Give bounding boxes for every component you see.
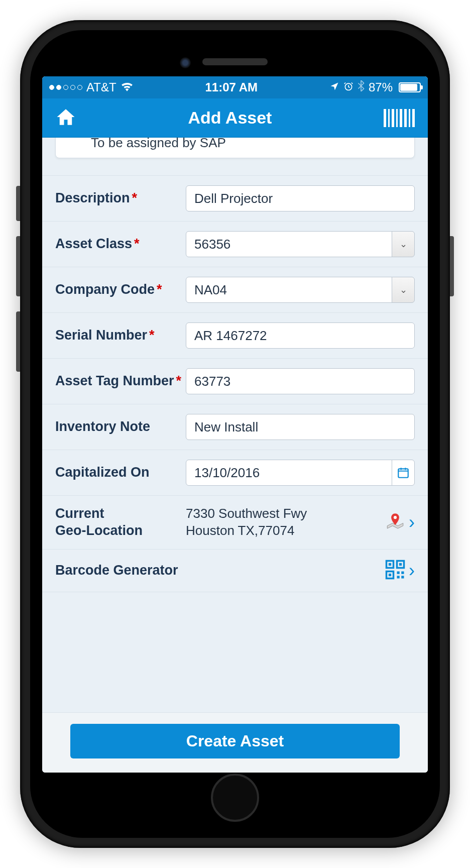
label-asset-tag: Asset Tag Number bbox=[55, 373, 174, 388]
bluetooth-icon bbox=[358, 80, 365, 94]
label-description: Description bbox=[55, 190, 130, 205]
create-asset-button[interactable]: Create Asset bbox=[70, 724, 400, 758]
battery-pct: 87% bbox=[369, 80, 393, 94]
svg-rect-6 bbox=[399, 563, 402, 565]
row-company-code: Company Code* NA04 ⌄ bbox=[42, 267, 428, 312]
svg-rect-4 bbox=[389, 563, 391, 565]
select-asset-class[interactable]: 56356 bbox=[186, 231, 392, 257]
chevron-down-icon[interactable]: ⌄ bbox=[392, 231, 415, 257]
page-title: Add Asset bbox=[188, 108, 272, 128]
label-asset-class: Asset Class bbox=[55, 236, 132, 251]
input-serial-number[interactable]: AR 1467272 bbox=[186, 322, 415, 349]
svg-point-2 bbox=[394, 516, 397, 519]
input-capitalized-on[interactable]: 13/10/2016 bbox=[186, 460, 392, 486]
row-barcode-generator[interactable]: Barcode Generator › bbox=[42, 549, 428, 592]
battery-icon bbox=[397, 82, 421, 92]
input-asset-tag[interactable]: 63773 bbox=[186, 368, 415, 394]
wifi-icon bbox=[121, 80, 134, 94]
row-asset-class: Asset Class* 56356 ⌄ bbox=[42, 221, 428, 267]
home-icon[interactable] bbox=[55, 106, 76, 130]
sap-assign-card: To be assigned by SAP bbox=[55, 138, 415, 158]
row-description: Description* Dell Projector bbox=[42, 175, 428, 221]
select-company-code[interactable]: NA04 bbox=[186, 277, 392, 303]
row-serial-number: Serial Number* AR 1467272 bbox=[42, 312, 428, 358]
row-asset-tag: Asset Tag Number* 63773 bbox=[42, 358, 428, 404]
chevron-down-icon[interactable]: ⌄ bbox=[392, 277, 415, 303]
status-time: 11:07 AM bbox=[205, 80, 258, 94]
signal-dots-icon bbox=[49, 85, 82, 90]
status-bar: AT&T 11:07 AM 87% bbox=[42, 76, 428, 98]
sap-assign-text: To be assigned by SAP bbox=[91, 138, 226, 150]
nav-header: Add Asset bbox=[42, 98, 428, 138]
carrier-label: AT&T bbox=[86, 80, 116, 94]
alarm-icon bbox=[343, 80, 354, 94]
chevron-right-icon: › bbox=[409, 560, 415, 581]
svg-rect-10 bbox=[401, 571, 404, 574]
label-barcode-gen: Barcode Generator bbox=[55, 563, 178, 578]
label-geo: Current Geo-Location bbox=[55, 506, 143, 538]
map-pin-icon bbox=[385, 511, 406, 534]
row-inventory-note: Inventory Note New Install bbox=[42, 404, 428, 450]
geo-address: 7330 Southwest Fwy Houston TX,77074 bbox=[186, 505, 307, 539]
barcode-icon[interactable] bbox=[384, 109, 415, 127]
calendar-icon[interactable] bbox=[392, 460, 415, 486]
label-inventory-note: Inventory Note bbox=[55, 419, 150, 434]
input-description[interactable]: Dell Projector bbox=[186, 185, 415, 211]
label-capitalized-on: Capitalized On bbox=[55, 465, 150, 480]
row-geo-location[interactable]: Current Geo-Location 7330 Southwest Fwy … bbox=[42, 495, 428, 549]
chevron-right-icon: › bbox=[409, 512, 415, 533]
label-company-code: Company Code bbox=[55, 282, 155, 297]
qr-code-icon bbox=[385, 559, 406, 582]
svg-rect-11 bbox=[397, 576, 400, 578]
row-capitalized-on: Capitalized On 13/10/2016 bbox=[42, 450, 428, 495]
input-inventory-note[interactable]: New Install bbox=[186, 414, 415, 440]
location-arrow-icon bbox=[329, 80, 339, 94]
footer-bar: Create Asset bbox=[42, 712, 428, 773]
svg-rect-9 bbox=[397, 571, 400, 574]
svg-rect-8 bbox=[389, 573, 391, 576]
svg-rect-12 bbox=[401, 576, 404, 578]
form-content: To be assigned by SAP Description* Dell … bbox=[42, 138, 428, 712]
label-serial-number: Serial Number bbox=[55, 328, 147, 343]
svg-rect-1 bbox=[398, 469, 408, 477]
